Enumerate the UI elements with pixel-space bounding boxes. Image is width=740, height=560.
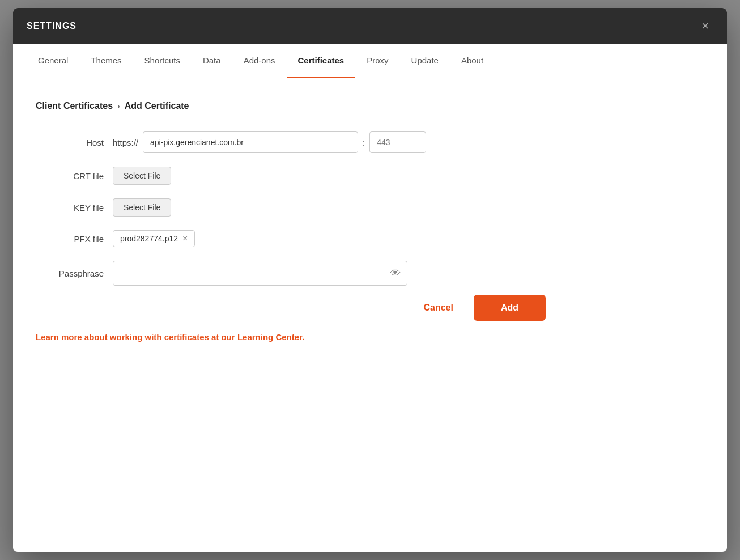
key-row: KEY file Select File (36, 198, 546, 217)
title-bar: SETTINGS × (13, 8, 727, 44)
tab-general[interactable]: General (27, 44, 79, 78)
key-select-file-button[interactable]: Select File (113, 198, 171, 217)
learn-more-link[interactable]: Learn more about working with certificat… (36, 332, 304, 342)
pfx-file-name: prod282774.p12 (120, 234, 178, 243)
pfx-label: PFX file (36, 234, 104, 244)
key-label: KEY file (36, 203, 104, 213)
tab-update[interactable]: Update (400, 44, 450, 78)
pfx-row: PFX file prod282774.p12 × (36, 230, 546, 247)
breadcrumb-separator: › (117, 101, 120, 111)
breadcrumb: Client Certificates › Add Certificate (36, 101, 704, 111)
eye-icon[interactable]: 👁 (390, 268, 401, 279)
tab-data[interactable]: Data (192, 44, 232, 78)
host-group: https:// : (113, 131, 426, 153)
crt-select-file-button[interactable]: Select File (113, 167, 171, 185)
breadcrumb-current: Add Certificate (125, 101, 189, 111)
colon-separator: : (363, 138, 365, 147)
passphrase-label: Passphrase (36, 269, 104, 278)
crt-row: CRT file Select File (36, 167, 546, 185)
breadcrumb-parent[interactable]: Client Certificates (36, 101, 113, 111)
pfx-file-tag: prod282774.p12 × (113, 230, 195, 247)
port-input[interactable] (369, 131, 426, 153)
dialog-title: SETTINGS (27, 21, 76, 31)
tab-certificates[interactable]: Certificates (287, 44, 356, 78)
passphrase-wrapper: 👁 (113, 261, 407, 286)
tab-about[interactable]: About (450, 44, 495, 78)
action-row: Cancel Add (36, 295, 546, 321)
close-button[interactable]: × (697, 18, 713, 35)
tab-bar: General Themes Shortcuts Data Add-ons Ce… (13, 44, 727, 78)
host-input[interactable] (143, 131, 358, 153)
tab-addons[interactable]: Add-ons (232, 44, 287, 78)
crt-label: CRT file (36, 171, 104, 181)
add-certificate-form: Host https:// : CRT file Select File KEY… (36, 131, 546, 286)
host-label: Host (36, 138, 104, 147)
passphrase-row: Passphrase 👁 (36, 261, 546, 286)
content-area: Client Certificates › Add Certificate Ho… (13, 78, 727, 552)
tab-shortcuts[interactable]: Shortcuts (133, 44, 192, 78)
add-button[interactable]: Add (474, 295, 546, 321)
host-prefix: https:// (113, 138, 138, 147)
passphrase-input[interactable] (113, 261, 407, 286)
tab-proxy[interactable]: Proxy (355, 44, 399, 78)
host-row: Host https:// : (36, 131, 546, 153)
settings-dialog: SETTINGS × General Themes Shortcuts Data… (13, 8, 727, 552)
pfx-remove-button[interactable]: × (182, 234, 188, 243)
cancel-button[interactable]: Cancel (414, 298, 462, 317)
tab-themes[interactable]: Themes (79, 44, 133, 78)
